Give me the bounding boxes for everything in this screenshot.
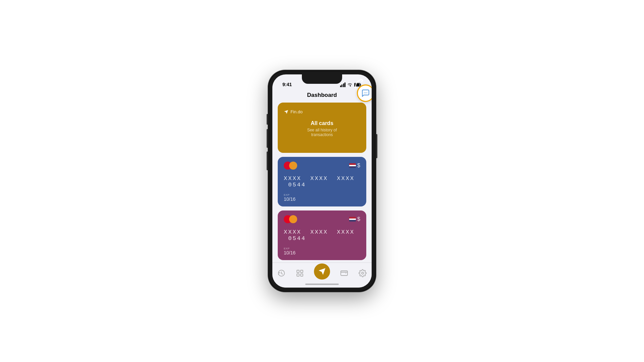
svg-rect-8 [301,274,303,276]
status-time: 9:41 [279,82,292,87]
card-1-currency: $ [349,163,360,169]
card-2-currency: $ [349,216,360,222]
svg-rect-6 [301,270,303,273]
currency-symbol-1: $ [357,163,360,169]
tab-history[interactable] [274,268,289,279]
settings-icon [359,269,367,277]
svg-point-4 [367,93,367,93]
card-1-expiry: EXP 10/16 [284,193,360,202]
card-1-exp-value: 10/16 [284,196,360,202]
all-cards-card[interactable]: Fin.do All cards See all history of tran… [278,103,366,153]
card-2-number: XXXX XXXX XXXX 0544 [284,229,360,242]
currency-symbol-2: $ [357,216,360,222]
card-1-exp-label: EXP [284,193,360,196]
svg-point-10 [362,272,364,274]
nav-bar: Dashboard [272,89,372,103]
brand-label: Fin.do [284,109,360,114]
content-area: Fin.do All cards See all history of tran… [272,103,372,262]
svg-point-3 [365,93,366,93]
svg-rect-7 [297,274,299,276]
svg-rect-9 [341,271,347,276]
us-flag-icon-2 [349,217,356,222]
home-indicator [305,284,339,285]
annotation-highlight [357,84,372,102]
power-button [376,134,377,158]
all-cards-subtitle: See all history of transactions [300,128,344,137]
notch [302,74,342,84]
signal-icon [340,82,346,87]
svg-rect-5 [297,270,299,273]
us-flag-icon-1 [349,163,356,168]
mastercard-logo-2 [284,215,297,223]
phone-screen: 9:41 [272,74,372,288]
grid-icon [296,269,304,277]
tab-wallet[interactable] [337,268,352,279]
volume-up-button [267,129,268,148]
mute-button [267,114,268,125]
annotation-arrow-icon [352,78,364,90]
wallet-icon [340,269,348,277]
credit-card-1[interactable]: $ XXXX XXXX XXXX 0544 EXP 10/16 [278,157,366,206]
card-2-exp-label: EXP [284,247,360,250]
history-icon [277,269,285,277]
mastercard-logo-1 [284,162,297,170]
card-2-top-row: $ [284,215,360,223]
credit-card-2[interactable]: $ XXXX XXXX XXXX 0544 EXP 10/16 [278,210,366,260]
all-cards-title: All cards [300,120,344,126]
phone-mockup: 9:41 [268,70,376,292]
tab-settings[interactable] [355,268,370,279]
tab-home[interactable] [311,265,333,281]
volume-down-button [267,152,268,170]
card-1-top-row: $ [284,162,360,170]
home-send-icon [318,267,326,276]
all-cards-info: All cards See all history of transaction… [300,120,344,137]
wifi-icon [347,83,353,87]
card-2-exp-value: 10/16 [284,250,360,255]
card-1-number: XXXX XXXX XXXX 0544 [284,175,360,188]
send-icon [284,110,288,114]
page-title: Dashboard [307,92,337,99]
card-2-expiry: EXP 10/16 [284,247,360,255]
svg-point-2 [364,93,365,93]
home-active-button[interactable] [314,263,330,280]
tab-cards-grid[interactable] [292,268,307,279]
